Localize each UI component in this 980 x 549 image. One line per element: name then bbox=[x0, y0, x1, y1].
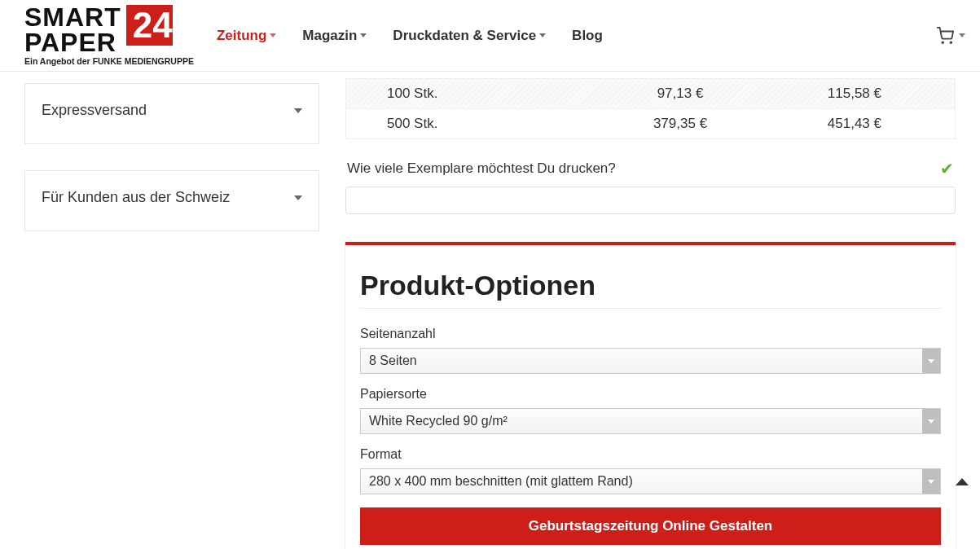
logo-badge: 24 bbox=[126, 5, 178, 45]
nav-magazin[interactable]: Magazin bbox=[302, 28, 367, 44]
cart-icon bbox=[936, 27, 954, 45]
paper-select[interactable]: White Recycled 90 g/m² bbox=[360, 408, 941, 434]
price-cell: 115,58 € bbox=[786, 86, 930, 102]
svg-point-1 bbox=[950, 42, 951, 43]
chevron-down-icon bbox=[539, 33, 546, 37]
site-logo[interactable]: SMART PAPER 24 Ein Angebot der FUNKE MED… bbox=[24, 5, 194, 66]
design-online-button[interactable]: Geburtstagszeitung Online Gestalten bbox=[360, 507, 941, 545]
price-cell: 379,35 € bbox=[574, 116, 786, 132]
qty-question-row: Wie viele Exemplare möchtest Du drucken?… bbox=[345, 154, 956, 187]
dropdown-arrow-icon bbox=[922, 469, 940, 494]
pages-select[interactable]: 8 Seiten bbox=[360, 348, 941, 374]
dropdown-arrow-icon bbox=[922, 409, 940, 433]
table-row: 100 Stk. 97,13 € 115,58 € bbox=[346, 79, 955, 109]
qty-question-label: Wie viele Exemplare möchtest Du drucken? bbox=[347, 160, 616, 177]
sidebar-item-express[interactable]: Expressversand bbox=[42, 84, 302, 129]
scroll-to-top-button[interactable] bbox=[956, 474, 969, 489]
format-label: Format bbox=[360, 447, 941, 462]
price-cell: 97,13 € bbox=[574, 86, 786, 102]
qty-cell: 500 Stk. bbox=[363, 116, 574, 132]
paper-label: Papiersorte bbox=[360, 387, 941, 402]
options-title: Produkt-Optionen bbox=[360, 270, 941, 309]
price-cell: 451,43 € bbox=[786, 116, 930, 132]
sidebar: Expressversand Für Kunden aus der Schwei… bbox=[24, 72, 319, 549]
chevron-down-icon bbox=[270, 33, 276, 37]
nav-zeitung[interactable]: Zeitung bbox=[217, 28, 276, 44]
check-icon: ✔ bbox=[940, 159, 954, 178]
qty-cell: 100 Stk. bbox=[363, 86, 574, 102]
price-table: 100 Stk. 97,13 € 115,58 € 500 Stk. 379,3… bbox=[345, 78, 956, 139]
chevron-up-icon bbox=[956, 478, 969, 485]
product-options-panel: Produkt-Optionen Seitenanzahl 8 Seiten P… bbox=[345, 242, 956, 549]
sidebar-panel-express: Expressversand bbox=[24, 83, 319, 144]
chevron-down-icon bbox=[294, 108, 302, 113]
chevron-down-icon bbox=[959, 33, 965, 37]
chevron-down-icon bbox=[294, 195, 302, 200]
svg-point-0 bbox=[942, 42, 943, 43]
main-nav: Zeitung Magazin Druckdaten & Service Blo… bbox=[217, 28, 603, 44]
logo-strapline: Ein Angebot der FUNKE MEDIENGRUPPE bbox=[24, 56, 194, 66]
format-select[interactable]: 280 x 400 mm beschnitten (mit glattem Ra… bbox=[360, 468, 941, 494]
nav-druckdaten[interactable]: Druckdaten & Service bbox=[393, 28, 546, 44]
chevron-down-icon bbox=[360, 33, 367, 37]
cart-button[interactable] bbox=[936, 27, 965, 45]
dropdown-arrow-icon bbox=[922, 349, 940, 373]
site-header: SMART PAPER 24 Ein Angebot der FUNKE MED… bbox=[0, 0, 980, 72]
main-content: 100 Stk. 97,13 € 115,58 € 500 Stk. 379,3… bbox=[345, 72, 956, 549]
logo-line2: PAPER bbox=[24, 30, 121, 55]
sidebar-item-schweiz[interactable]: Für Kunden aus der Schweiz bbox=[42, 171, 302, 216]
quantity-input[interactable] bbox=[345, 187, 956, 214]
nav-blog[interactable]: Blog bbox=[572, 28, 603, 44]
sidebar-panel-schweiz: Für Kunden aus der Schweiz bbox=[24, 170, 319, 231]
format-value: 280 x 400 mm beschnitten (mit glattem Ra… bbox=[369, 474, 633, 489]
pages-label: Seitenanzahl bbox=[360, 327, 941, 341]
table-row: 500 Stk. 379,35 € 451,43 € bbox=[346, 109, 955, 138]
pages-value: 8 Seiten bbox=[369, 354, 417, 368]
logo-line1: SMART bbox=[24, 5, 121, 29]
paper-value: White Recycled 90 g/m² bbox=[369, 414, 508, 428]
